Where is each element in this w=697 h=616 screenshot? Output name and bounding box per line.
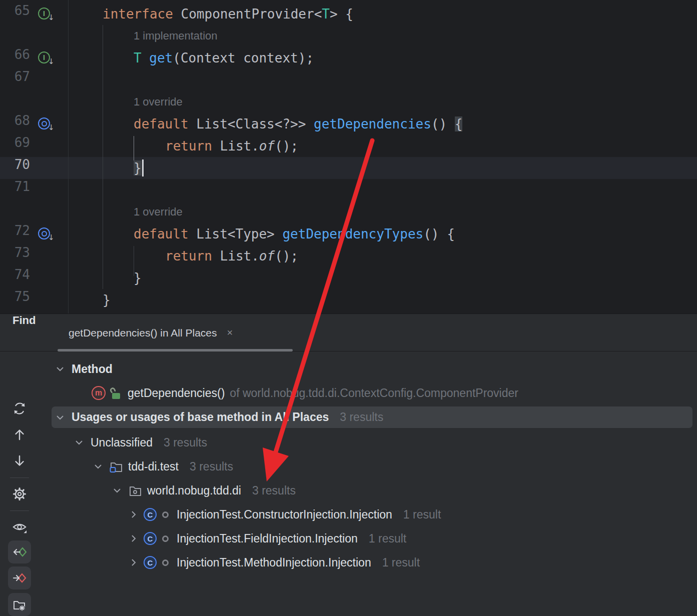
- tree-node-package[interactable]: world.nobug.tdd.di 3 results: [0, 478, 697, 502]
- chevron-down-icon[interactable]: [94, 464, 102, 469]
- editor-line: 67: [0, 69, 697, 91]
- gutter-icon[interactable]: I ↓: [38, 8, 55, 22]
- code-line[interactable]: interface ComponentProvider<T> {: [68, 3, 353, 25]
- method-context: of world.nobug.tdd.di.ContextConfig.Comp…: [230, 386, 518, 400]
- code-line[interactable]: 1 override: [68, 201, 183, 223]
- inlay-hint[interactable]: 1 override: [134, 206, 183, 218]
- code-token: }: [134, 270, 142, 286]
- line-number: 70: [0, 157, 30, 179]
- line-number: 71: [0, 179, 30, 201]
- code-token: default: [134, 116, 196, 132]
- down-arrow-icon: ↓: [48, 123, 55, 132]
- inlay-hint[interactable]: 1 implementation: [134, 30, 218, 42]
- result-count: 1 result: [403, 508, 441, 522]
- result-count: 1 result: [369, 532, 406, 546]
- group-label: Usages or usages of base method in All P…: [72, 410, 329, 424]
- group-label: Method: [72, 362, 113, 376]
- result-count: 3 results: [164, 436, 207, 450]
- chevron-down-icon[interactable]: [75, 440, 83, 445]
- visibility-dot-icon: [162, 560, 169, 566]
- code-line[interactable]: 1 override: [68, 91, 183, 113]
- gutter-icon[interactable]: ↓: [38, 228, 55, 242]
- code-line[interactable]: 1 implementation: [68, 25, 218, 47]
- tree-node-class[interactable]: C InjectionTest.ConstructorInjection.Inj…: [0, 502, 697, 526]
- class-name: InjectionTest.MethodInjection.Injection: [177, 556, 371, 570]
- code-line[interactable]: default List<Class<?>> getDependencies()…: [68, 113, 462, 135]
- chevron-down-icon[interactable]: [56, 366, 64, 372]
- editor-line: 1 implementation: [0, 25, 697, 47]
- tree-group-usages-selected[interactable]: Usages or usages of base method in All P…: [52, 406, 692, 428]
- code-editor[interactable]: 65 I ↓ interface ComponentProvider<T> { …: [0, 0, 697, 314]
- class-icon: C: [144, 508, 157, 521]
- code-line[interactable]: return List.of();: [68, 245, 298, 267]
- tree-node-class[interactable]: C InjectionTest.MethodInjection.Injectio…: [0, 550, 697, 574]
- code-token: default: [134, 226, 196, 242]
- code-token: }: [103, 292, 111, 308]
- editor-line: 72 ↓ default List<Type> getDependencyTyp…: [0, 223, 697, 245]
- code-line[interactable]: [68, 69, 103, 91]
- find-panel-title: Find: [13, 314, 36, 352]
- public-lock-icon: [110, 388, 121, 399]
- code-token: (): [431, 116, 455, 132]
- tree-item-method[interactable]: m getDependencies() of world.nobug.tdd.d…: [0, 381, 697, 405]
- chevron-down-icon[interactable]: [56, 415, 64, 420]
- find-results-tab[interactable]: getDependencies() in All Places ×: [69, 314, 233, 352]
- class-name: InjectionTest.ConstructorInjection.Injec…: [177, 508, 392, 522]
- code-token: ();: [275, 138, 298, 154]
- close-icon[interactable]: ×: [227, 327, 233, 338]
- code-token: get: [149, 50, 173, 66]
- code-line[interactable]: return List.of();: [68, 135, 298, 157]
- ide-window: { "colors":{ "keyword":"#CF8E6D","method…: [0, 0, 697, 616]
- code-line[interactable]: default List<Type> getDependencyTypes() …: [68, 223, 455, 245]
- code-line[interactable]: }: [68, 157, 144, 179]
- visibility-dot-icon: [162, 512, 169, 518]
- editor-line: 68 ↓ default List<Class<?>> getDependenc…: [0, 113, 697, 135]
- code-line[interactable]: [68, 179, 103, 201]
- tree-group-unclassified[interactable]: Unclassified 3 results: [0, 430, 697, 454]
- inlay-hint[interactable]: 1 override: [134, 96, 183, 108]
- editor-line: 75 }: [0, 289, 697, 311]
- code-line[interactable]: T get(Context context);: [68, 47, 314, 69]
- group-label: Unclassified: [91, 436, 153, 450]
- code-token: }: [134, 160, 142, 176]
- class-icon: C: [144, 556, 157, 569]
- find-header: Find getDependencies() in All Places ×: [0, 314, 697, 352]
- code-token: return: [165, 248, 220, 264]
- find-tool-window: Find getDependencies() in All Places ×: [0, 314, 697, 616]
- open-in-new-window-button[interactable]: [8, 593, 31, 616]
- code-token: of: [259, 138, 275, 154]
- package-icon: [129, 484, 142, 497]
- text-caret: [142, 160, 144, 176]
- tree-group-method[interactable]: Method: [0, 357, 697, 381]
- editor-line: 65 I ↓ interface ComponentProvider<T> {: [0, 3, 697, 25]
- gutter-icon[interactable]: ↓: [38, 118, 55, 132]
- gutter-icon[interactable]: I ↓: [38, 52, 55, 66]
- class-name: InjectionTest.FieldInjection.Injection: [177, 532, 358, 546]
- code-line[interactable]: }: [68, 289, 111, 311]
- code-token: {: [455, 116, 463, 132]
- tree-node-module[interactable]: tdd-di.test 3 results: [0, 454, 697, 478]
- line-number: 65: [0, 3, 30, 25]
- chevron-down-icon[interactable]: [113, 488, 121, 493]
- code-token: > {: [330, 6, 353, 22]
- chevron-right-icon[interactable]: [131, 558, 136, 566]
- code-token: List<Class<?>>: [196, 116, 314, 132]
- method-icon: m: [92, 386, 106, 400]
- tab-title: getDependencies() in All Places: [69, 327, 217, 339]
- code-line[interactable]: }: [68, 267, 142, 289]
- code-token: interface: [103, 6, 181, 22]
- package-name: world.nobug.tdd.di: [147, 484, 241, 498]
- chevron-right-icon[interactable]: [131, 534, 136, 542]
- code-token: List<Type>: [196, 226, 282, 242]
- chevron-right-icon[interactable]: [131, 510, 136, 518]
- editor-line: 70 }: [0, 157, 697, 179]
- code-token: return: [165, 138, 220, 154]
- tree-node-class[interactable]: C InjectionTest.FieldInjection.Injection…: [0, 526, 697, 550]
- module-folder-icon: [110, 460, 123, 473]
- line-number: 68: [0, 113, 30, 135]
- code-token: List.: [220, 138, 259, 154]
- result-count: 1 result: [382, 556, 420, 570]
- line-number: [0, 91, 30, 113]
- editor-line: 74 }: [0, 267, 697, 289]
- code-token: getDependencies: [314, 116, 431, 132]
